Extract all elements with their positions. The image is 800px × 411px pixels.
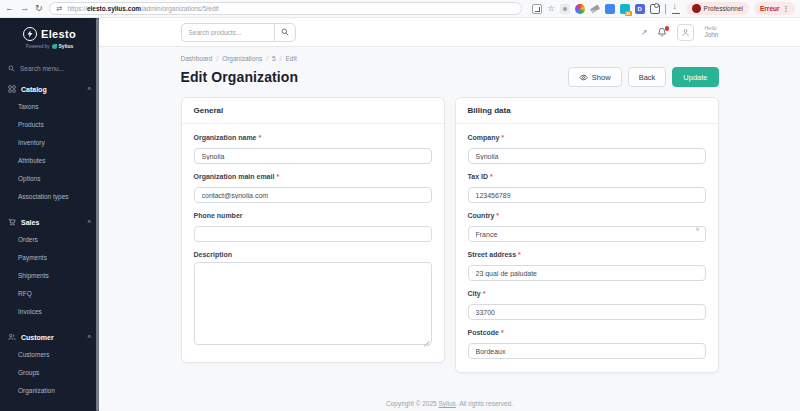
notification-badge <box>665 26 670 31</box>
sidebar-section-customer: Customer ˄ Customers Groups Organization <box>0 329 99 399</box>
phone-number-field: Phone number <box>194 212 432 242</box>
browser-forward-icon[interactable]: → <box>20 4 29 13</box>
street-address-input[interactable] <box>468 265 706 281</box>
browser-reload-icon[interactable]: ↻ <box>35 4 43 13</box>
street-address-field: Street address * <box>468 251 706 281</box>
postcode-input[interactable] <box>468 343 706 359</box>
postcode-field: Postcode * <box>468 329 706 359</box>
update-button[interactable]: Update <box>672 67 718 87</box>
city-input[interactable] <box>468 304 706 320</box>
required-marker: * <box>258 134 261 141</box>
camera-extension-icon[interactable] <box>560 4 570 14</box>
page-title: Edit Organization <box>181 69 299 85</box>
content-area: Dashboard Organizations 5 Edit Edit Orga… <box>99 47 800 411</box>
search-icon <box>281 28 289 36</box>
product-search <box>181 23 296 42</box>
notifications-button[interactable] <box>657 27 667 37</box>
copyright-line: Copyright © 2025 Sylius. All rights rese… <box>181 399 719 409</box>
product-search-input[interactable] <box>181 23 274 42</box>
sidebar-search-label: Search menu... <box>20 65 64 72</box>
browser-error-chip[interactable]: Erreur⋮ <box>754 2 795 15</box>
extension-badge: 41 <box>625 11 631 16</box>
sidebar-section-header-catalog[interactable]: Catalog ˄ <box>0 81 99 97</box>
sidebar-item-options[interactable]: Options <box>0 169 99 187</box>
sylius-link[interactable]: Sylius <box>439 400 456 407</box>
sidebar-item-taxons[interactable]: Taxons <box>0 97 99 115</box>
billing-card: Billing data Company * Tax ID * <box>455 97 719 373</box>
back-button[interactable]: Back <box>628 67 667 87</box>
translate-icon[interactable] <box>532 4 542 14</box>
billing-card-title: Billing data <box>456 98 718 124</box>
powered-by: Powered by Sylius <box>0 43 99 49</box>
eye-icon <box>579 73 588 82</box>
required-marker: * <box>501 134 504 141</box>
sidebar-item-groups[interactable]: Groups <box>0 363 99 381</box>
browser-profile-chip[interactable]: Professionnel <box>686 2 749 15</box>
sidebar-item-products[interactable]: Products <box>0 115 99 133</box>
country-field: Country * ˅ <box>468 212 706 242</box>
required-marker: * <box>496 212 499 219</box>
tax-id-input[interactable] <box>468 187 706 203</box>
sidebar-item-payments[interactable]: Payments <box>0 248 99 266</box>
description-field: Description <box>194 251 432 349</box>
sidebar-item-association-types[interactable]: Association types <box>0 187 99 205</box>
teal-extension-icon[interactable]: 41 <box>620 4 630 14</box>
d-extension-icon[interactable]: D <box>635 4 645 14</box>
sidebar-item-invoices[interactable]: Invoices <box>0 302 99 320</box>
bolt-icon <box>23 27 37 41</box>
pencil-extension-icon[interactable] <box>589 4 599 13</box>
download-icon[interactable] <box>671 4 681 14</box>
sidebar-scrollbar[interactable] <box>96 18 99 411</box>
organization-name-input[interactable] <box>194 148 432 164</box>
document-extension-icon[interactable] <box>605 4 615 14</box>
organization-email-input[interactable] <box>194 187 432 203</box>
address-bar[interactable]: ⇄ https://elesto.sylius.com/admin/organi… <box>49 2 523 15</box>
browser-back-icon[interactable]: ← <box>5 4 14 13</box>
sidebar-section-sales: Sales ˄ Orders Payments Shipments RFQ In… <box>0 214 99 320</box>
breadcrumb-organizations[interactable]: Organizations <box>222 55 268 62</box>
sidebar-item-inventory[interactable]: Inventory <box>0 133 99 151</box>
sidebar-section-catalog: Catalog ˄ Taxons Products Inventory Attr… <box>0 81 99 205</box>
colorwheel-extension-icon[interactable] <box>575 4 585 14</box>
sylius-leaf-icon <box>52 44 57 49</box>
sidebar-search[interactable]: Search menu... <box>8 65 91 72</box>
browser-menu-icon[interactable]: ⋮ <box>783 5 790 13</box>
footer: Copyright © 2025 Sylius. All rights rese… <box>181 399 719 411</box>
brand-name: Elesto <box>41 28 76 40</box>
search-icon <box>8 65 15 72</box>
sidebar-section-header-customer[interactable]: Customer ˄ <box>0 329 99 345</box>
avatar[interactable] <box>677 24 694 41</box>
breadcrumb-id[interactable]: 5 <box>272 55 281 62</box>
brand-logo[interactable]: Elesto <box>0 18 99 41</box>
breadcrumb-edit: Edit <box>285 55 296 62</box>
country-select[interactable] <box>468 226 706 242</box>
required-marker: * <box>518 251 521 258</box>
description-textarea[interactable] <box>194 262 432 345</box>
topbar: ↗ Hello John <box>99 18 800 47</box>
phone-number-input[interactable] <box>194 226 432 242</box>
user-greeting[interactable]: Hello John <box>704 25 718 40</box>
sidebar-item-orders[interactable]: Orders <box>0 230 99 248</box>
url-text: https://elesto.sylius.com/admin/organiza… <box>67 5 218 12</box>
page-actions: Show Back Update <box>568 67 719 87</box>
extensions-puzzle-icon[interactable] <box>650 4 660 14</box>
breadcrumb-dashboard[interactable]: Dashboard <box>181 55 219 62</box>
company-input[interactable] <box>468 148 706 164</box>
external-link-icon[interactable]: ↗ <box>641 28 648 37</box>
sidebar: Elesto Powered by Sylius Search menu... … <box>0 18 99 411</box>
product-search-button[interactable] <box>274 23 296 42</box>
sidebar-item-attributes[interactable]: Attributes <box>0 151 99 169</box>
sidebar-item-shipments[interactable]: Shipments <box>0 266 99 284</box>
sidebar-item-rfq[interactable]: RFQ <box>0 284 99 302</box>
company-field: Company * <box>468 134 706 164</box>
sidebar-item-customers[interactable]: Customers <box>0 345 99 363</box>
users-icon <box>8 333 16 341</box>
general-card: General Organization name * Organization… <box>181 97 445 363</box>
show-button[interactable]: Show <box>568 67 622 87</box>
person-icon <box>681 28 690 37</box>
bookmark-star-icon[interactable]: ☆ <box>547 5 554 13</box>
required-marker: * <box>276 173 279 180</box>
required-marker: * <box>501 329 504 336</box>
sidebar-item-organization[interactable]: Organization <box>0 381 99 399</box>
sidebar-section-header-sales[interactable]: Sales ˄ <box>0 214 99 230</box>
